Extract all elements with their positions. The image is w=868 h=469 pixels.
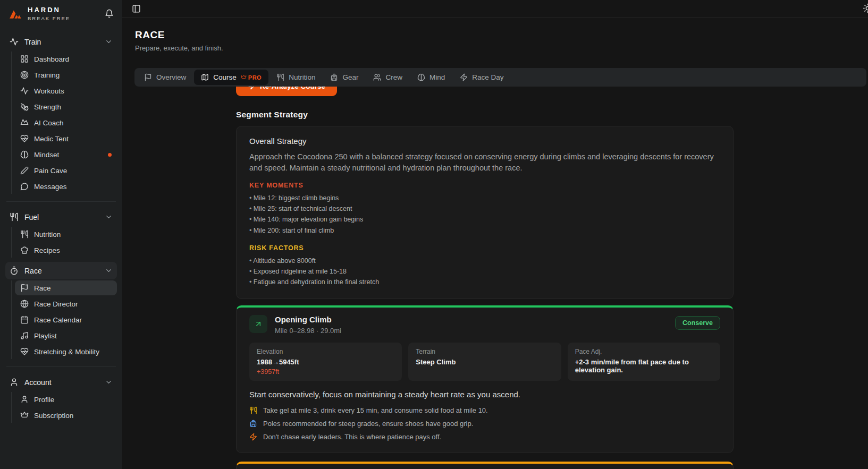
sidebar-item-mindset[interactable]: Mindset xyxy=(15,147,117,162)
segment-title-block: Opening Climb Mile 0–28.98 · 29.0mi xyxy=(275,315,341,335)
crown-icon xyxy=(20,411,29,420)
tab-bar: Overview Course PRO Nutrition Gear Crew … xyxy=(134,68,866,87)
tab-mind[interactable]: Mind xyxy=(410,70,452,85)
sidebar-item-strength[interactable]: Strength xyxy=(15,99,117,114)
scroll-area[interactable]: Re-Analyze Course Segment Strategy Overa… xyxy=(122,87,868,469)
sidebar-item-training[interactable]: Training xyxy=(15,67,117,82)
re-analyze-course-button[interactable]: Re-Analyze Course xyxy=(236,87,337,96)
page-title: RACE xyxy=(135,29,868,41)
stat-elevation: Elevation 1988→5945ft +3957ft xyxy=(249,343,402,381)
sidebar-item-label: Nutrition xyxy=(34,231,61,238)
brain-icon xyxy=(417,73,425,81)
sidebar-item-nutrition[interactable]: Nutrition xyxy=(15,227,117,242)
overall-strategy-title: Overall Strategy xyxy=(249,137,720,146)
segment-strategy-text: Start conservatively, focus on maintaini… xyxy=(249,390,720,399)
utensils-icon xyxy=(10,212,19,221)
page-subtitle: Prepare, execute, and finish. xyxy=(135,44,868,52)
sidebar-item-label: Stretching & Mobility xyxy=(34,348,99,356)
sidebar-section-race[interactable]: Race xyxy=(5,262,117,279)
sidebar-item-playlist[interactable]: Playlist xyxy=(15,328,117,343)
map-icon xyxy=(201,73,209,81)
flag-icon xyxy=(144,73,152,81)
sidebar-divider xyxy=(6,201,116,202)
sidebar-item-medic-tent[interactable]: Medic Tent xyxy=(15,131,117,146)
risk-factors-heading: RISK FACTORS xyxy=(249,244,720,252)
arrow-up-right-icon xyxy=(254,320,263,328)
segment-card-high-altitude-traverse: High Altitude Traverse Mile 28.98–66.21 … xyxy=(236,462,734,469)
sidebar-section-train[interactable]: Train xyxy=(5,33,117,50)
segment-card-opening-climb: Opening Climb Mile 0–28.98 · 29.0mi Cons… xyxy=(236,305,734,453)
tab-race-day[interactable]: Race Day xyxy=(453,70,510,85)
chef-hat-icon xyxy=(20,246,29,254)
chevron-down-icon xyxy=(105,38,113,46)
tip-text: Take gel at mile 3, drink every 15 min, … xyxy=(263,406,488,414)
tab-overview[interactable]: Overview xyxy=(137,70,193,85)
sidebar-item-label: Training xyxy=(34,71,60,79)
sidebar-toggle-icon[interactable] xyxy=(132,4,141,13)
crown-icon xyxy=(241,74,247,80)
bell-icon[interactable] xyxy=(105,9,114,18)
tip-nutrition: Take gel at mile 3, drink every 15 min, … xyxy=(249,404,720,417)
tab-crew[interactable]: Crew xyxy=(366,70,409,85)
theme-toggle-sun-icon[interactable] xyxy=(863,3,868,13)
pro-badge: PRO xyxy=(241,74,262,81)
sidebar-section-fuel[interactable]: Fuel xyxy=(5,208,117,226)
sidebar-item-workouts[interactable]: Workouts xyxy=(15,83,117,98)
backpack-icon xyxy=(249,420,257,428)
tab-label: Gear xyxy=(342,73,358,81)
stat-label: Terrain xyxy=(416,348,553,355)
re-analyze-course-label: Re-Analyze Course xyxy=(260,87,325,90)
sidebar-item-label: Subscription xyxy=(34,412,73,420)
zap-icon xyxy=(248,87,255,90)
sidebar-item-race-calendar[interactable]: Race Calendar xyxy=(15,312,117,327)
stat-label: Elevation xyxy=(257,348,394,355)
section-label: Race xyxy=(24,267,42,275)
tab-label: Crew xyxy=(385,73,402,81)
sidebar-section-account[interactable]: Account xyxy=(5,373,117,391)
chevron-down-icon xyxy=(105,378,113,386)
mountain-icon xyxy=(20,118,29,127)
sidebar-item-profile[interactable]: Profile xyxy=(15,392,117,407)
sidebar-item-label: Race xyxy=(34,284,51,292)
music-icon xyxy=(20,331,29,340)
utensils-icon xyxy=(249,406,257,414)
segment-strategy-heading: Segment Strategy xyxy=(236,110,734,120)
message-circle-icon xyxy=(20,182,29,191)
tab-label: Mind xyxy=(429,73,445,81)
section-label: Account xyxy=(24,378,52,387)
tab-course[interactable]: Course PRO xyxy=(194,70,268,85)
sidebar-item-messages[interactable]: Messages xyxy=(15,179,117,194)
heart-pulse-icon xyxy=(20,134,29,143)
sidebar-item-recipes[interactable]: Recipes xyxy=(15,243,117,258)
sidebar-item-label: Workouts xyxy=(34,87,64,95)
tab-gear[interactable]: Gear xyxy=(323,70,365,85)
segment-stats: Elevation 1988→5945ft +3957ft Terrain St… xyxy=(249,343,720,381)
sidebar-item-label: Dashboard xyxy=(34,55,69,63)
key-moments-list: Mile 12: biggest climb begins Mile 25: s… xyxy=(249,193,720,236)
sidebar-item-subscription[interactable]: Subscription xyxy=(15,408,117,423)
tab-label: Race Day xyxy=(472,73,503,81)
risk-factor-item: Fatigue and dehydration in the final str… xyxy=(249,277,720,287)
sidebar-item-label: Playlist xyxy=(34,332,57,340)
tab-nutrition[interactable]: Nutrition xyxy=(269,70,322,85)
segment-title: Opening Climb xyxy=(275,315,341,324)
sidebar-item-ai-coach[interactable]: AI Coach xyxy=(15,115,117,130)
sidebar-item-label: Pain Cave xyxy=(34,167,67,175)
sidebar-item-stretching-mobility[interactable]: Stretching & Mobility xyxy=(15,344,117,359)
train-icon xyxy=(10,37,19,46)
key-moment-item: Mile 25: start of technical descent xyxy=(249,203,720,214)
stat-value: +2-3 min/mile from flat pace due to elev… xyxy=(575,358,713,374)
sidebar-item-race[interactable]: Race xyxy=(15,280,117,295)
key-moment-item: Mile 12: biggest climb begins xyxy=(249,193,720,203)
sidebar-item-race-director[interactable]: Race Director xyxy=(15,296,117,311)
segment-tips: Take gel at mile 3, drink every 15 min, … xyxy=(249,404,720,444)
users-icon xyxy=(373,73,381,81)
tip-gear: Poles recommended for steep grades, ensu… xyxy=(249,417,720,430)
dashboard-icon xyxy=(20,55,29,63)
race-items: Race Race Director Race Calendar Playlis… xyxy=(11,280,117,359)
brand-header: HARDN BREAK FREE xyxy=(0,0,122,24)
sidebar-item-dashboard[interactable]: Dashboard xyxy=(15,52,117,66)
segment-range: Mile 0–28.98 · 29.0mi xyxy=(275,327,341,335)
heart-pulse-icon xyxy=(20,347,29,356)
sidebar-item-pain-cave[interactable]: Pain Cave xyxy=(15,163,117,178)
